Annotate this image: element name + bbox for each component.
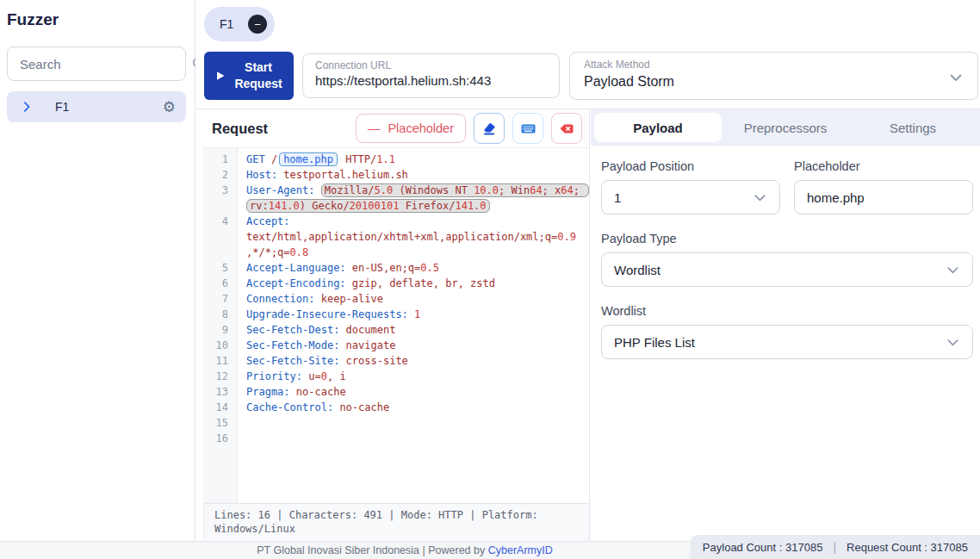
request-count-value: 317085	[931, 541, 968, 554]
line-number: 6	[203, 276, 238, 291]
minus-icon: —	[368, 121, 381, 135]
line-number: 15	[203, 415, 238, 431]
attack-method-select[interactable]: Attack Method Payload Storm	[569, 52, 978, 100]
tab-payload[interactable]: Payload	[594, 113, 722, 142]
gear-icon[interactable]: ⚙	[163, 100, 176, 115]
close-tab-icon[interactable]: −	[248, 15, 267, 34]
clear-button[interactable]	[551, 113, 582, 144]
payload-type-select[interactable]: Wordlist	[601, 252, 973, 287]
counts-separator: |	[833, 540, 836, 554]
editor-line-content: Cache-Control: no-cache	[238, 400, 580, 415]
line-number: 4	[203, 214, 238, 260]
attack-method-label: Attack Method	[584, 59, 964, 71]
wordlist-value: PHP Files List	[614, 335, 695, 350]
editor-line-content: Priority: u=0, i	[238, 369, 580, 384]
editor-line-content: Pragma: no-cache	[238, 384, 580, 400]
line-number: 11	[203, 353, 238, 369]
editor-line[interactable]: 10Sec-Fetch-Mode: navigate	[203, 338, 589, 353]
line-number: 2	[203, 167, 238, 183]
play-icon	[214, 70, 226, 82]
panel-tabbar: Payload Preprocessors Settings	[591, 109, 980, 146]
line-number: 3	[203, 183, 238, 214]
chevron-right-icon[interactable]	[21, 101, 33, 113]
tab-f1-label: F1	[220, 17, 233, 31]
start-request-button[interactable]: Start Request	[204, 52, 294, 100]
line-number: 12	[203, 369, 238, 384]
payload-marker[interactable]: home.php	[279, 152, 338, 166]
editor-line[interactable]: 14Cache-Control: no-cache	[203, 400, 589, 415]
placeholder-field-label: Placeholder	[794, 159, 973, 173]
keyboard-button[interactable]	[512, 113, 543, 144]
request-header: Request — Placeholder	[203, 109, 589, 147]
editor-line-content: Connection: keep-alive	[238, 291, 580, 307]
connection-url-input[interactable]	[315, 73, 547, 88]
editor-line-content: Sec-Fetch-Mode: navigate	[238, 338, 580, 353]
editor-line-content	[238, 415, 580, 431]
editor-line[interactable]: 11Sec-Fetch-Site: cross-site	[203, 353, 589, 369]
eraser-icon	[481, 121, 497, 136]
line-number: 13	[203, 384, 238, 400]
editor-line-content: Upgrade-Insecure-Requests: 1	[238, 307, 580, 322]
start-request-label: Start Request	[233, 59, 283, 92]
line-number: 1	[203, 152, 238, 167]
line-number: 10	[203, 338, 238, 353]
editor-line[interactable]: 1GET /home.php HTTP/1.1	[203, 152, 589, 167]
editor-line-content: Sec-Fetch-Dest: document	[238, 322, 580, 338]
editor-line[interactable]: 12Priority: u=0, i	[203, 369, 589, 384]
payload-type-label: Payload Type	[601, 232, 973, 245]
payload-position-select[interactable]: 1	[601, 180, 780, 214]
payload-panel: Payload Preprocessors Settings Payload P…	[591, 109, 980, 541]
editor-line[interactable]: 3User-Agent: Mozilla/5.0 (Windows NT 10.…	[203, 183, 589, 214]
editor-line[interactable]: 15	[203, 415, 589, 431]
editor-line[interactable]: 13Pragma: no-cache	[203, 384, 589, 400]
request-panel: Request — Placeholder	[203, 109, 590, 541]
footer-credit-text: PT Global Inovasi Siber Indonesia | Powe…	[257, 544, 485, 556]
editor-line[interactable]: 9Sec-Fetch-Dest: document	[203, 322, 589, 338]
editor-line[interactable]: 7Connection: keep-alive	[203, 291, 589, 307]
request-title: Request	[212, 121, 268, 137]
editor-line-content: User-Agent: Mozilla/5.0 (Windows NT 10.0…	[238, 183, 580, 214]
attack-method-value: Payload Storm	[584, 74, 964, 90]
editor-line-content: Accept-Language: en-US,en;q=0.5	[238, 260, 580, 276]
editor-line[interactable]: 16	[203, 431, 589, 446]
wordlist-label: Wordlist	[601, 304, 973, 318]
placeholder-button[interactable]: — Placeholder	[356, 114, 466, 143]
tab-preprocessors[interactable]: Preprocessors	[722, 113, 849, 142]
tab-f1[interactable]: F1 −	[204, 7, 275, 41]
chevron-down-icon	[946, 335, 960, 350]
cyberarmyid-link[interactable]: CyberArmyID	[488, 544, 553, 556]
sidebar: Fuzzer F1 ⚙	[0, 0, 195, 541]
chevron-down-icon	[753, 190, 767, 205]
editor-line[interactable]: 8Upgrade-Insecure-Requests: 1	[203, 307, 589, 322]
fuzzer-app: { "sidebar": { "title": "Fuzzer", "searc…	[0, 0, 980, 559]
editor-line-content: Host: testportal.helium.sh	[238, 167, 580, 183]
line-number: 5	[203, 260, 238, 276]
line-number: 16	[203, 431, 238, 446]
editor-line[interactable]: 2Host: testportal.helium.sh	[203, 167, 589, 183]
tab-settings[interactable]: Settings	[849, 113, 977, 142]
request-count-label: Request Count :	[847, 541, 927, 554]
top-bar: F1 − Start Request Connection URL Attack…	[195, 0, 980, 109]
placeholder-input[interactable]	[794, 180, 973, 214]
placeholder-button-label: Placeholder	[388, 121, 454, 135]
line-number: 9	[203, 322, 238, 338]
editor-line[interactable]: 4Accept: text/html,application/xhtml+xml…	[203, 214, 589, 260]
editor-line-content: GET /home.php HTTP/1.1	[238, 152, 580, 167]
sidebar-item-f1[interactable]: F1 ⚙	[7, 91, 186, 122]
editor-line[interactable]: 5Accept-Language: en-US,en;q=0.5	[203, 260, 589, 276]
request-actions: — Placeholder	[356, 113, 582, 144]
search-box[interactable]	[7, 47, 186, 81]
editor-lines: 1GET /home.php HTTP/1.12Host: testportal…	[203, 152, 589, 446]
connection-url-label: Connection URL	[315, 59, 547, 71]
search-input[interactable]	[20, 57, 191, 71]
chevron-down-icon	[948, 70, 964, 85]
sidebar-item-label: F1	[55, 100, 69, 114]
connection-url-field[interactable]: Connection URL	[302, 53, 560, 98]
line-number: 8	[203, 307, 238, 322]
chevron-down-icon	[946, 263, 960, 277]
eraser-button[interactable]	[474, 113, 505, 144]
wordlist-select[interactable]: PHP Files List	[601, 325, 973, 359]
request-editor[interactable]: 1GET /home.php HTTP/1.12Host: testportal…	[203, 147, 589, 503]
editor-line-content	[238, 431, 580, 446]
editor-line[interactable]: 6Accept-Encoding: gzip, deflate, br, zst…	[203, 276, 589, 291]
